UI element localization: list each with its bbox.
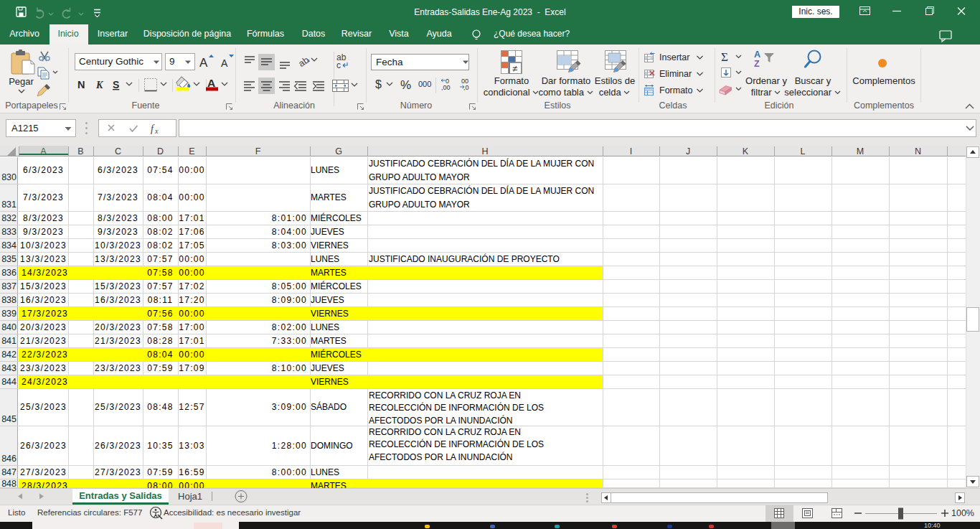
svg-text:,00: ,00 (441, 84, 451, 91)
svg-text:N: N (77, 79, 85, 90)
svg-text:A: A (221, 57, 228, 69)
svg-text:A: A (207, 77, 215, 89)
svg-text:Z: Z (754, 59, 760, 69)
svg-text:ab: ab (296, 55, 311, 70)
svg-text:$: $ (375, 78, 382, 90)
svg-text:K: K (95, 80, 104, 90)
svg-text:A: A (199, 56, 208, 70)
svg-text:≠: ≠ (512, 63, 517, 74)
svg-text:000: 000 (418, 80, 431, 88)
svg-text:A: A (754, 50, 760, 60)
svg-text:Σ: Σ (721, 50, 728, 64)
svg-text:c: c (336, 60, 341, 70)
svg-text:S: S (113, 79, 119, 90)
svg-text:%: % (400, 78, 411, 92)
svg-text:x: x (154, 127, 159, 135)
